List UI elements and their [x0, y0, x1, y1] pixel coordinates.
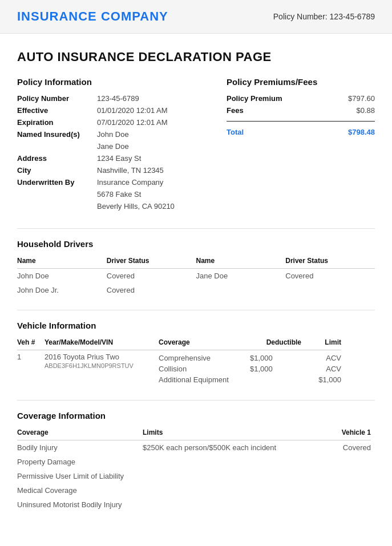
vehicle-grid: Veh #Year/Make/Model/VINCoverageDeductib…: [17, 336, 375, 387]
page-header: INSURANCE COMPANY Policy Number: 123-45-…: [0, 0, 392, 34]
policy-field-label: [17, 188, 97, 200]
coverage-grid: CoverageLimitsVehicle 1Bodily Injury$250…: [17, 426, 375, 512]
coverage-header-2: Vehicle 1: [302, 426, 371, 440]
policy-info-row: Named Insured(s)John Doe: [17, 128, 215, 140]
section-divider-3: [17, 400, 375, 401]
coverage-name: Permissive User Limit of Liability: [17, 469, 143, 483]
drivers-grid: NameDriver StatusNameDriver StatusJohn D…: [17, 254, 375, 297]
vehicle-grid-container: Veh #Year/Make/Model/VINCoverageDeductib…: [17, 336, 375, 387]
total-table: Total $798.48: [227, 126, 375, 138]
coverage-grid-container: CoverageLimitsVehicle 1Bodily Injury$250…: [17, 426, 375, 512]
policy-info-row: CityNashville, TN 12345: [17, 164, 215, 176]
vehicle-info-section: Vehicle Information Veh #Year/Make/Model…: [17, 321, 375, 387]
policy-info-row: Policy Number123-45-6789: [17, 92, 215, 104]
policy-info-row: Address1234 Easy St: [17, 152, 215, 164]
vehicle-ymv: 2016 Toyota Prius TwoABDE3F6H1JKLMN0P9RS…: [45, 350, 159, 387]
vehicle-coverage: ComprehensiveCollisionAdditional Equipme…: [159, 350, 250, 387]
policy-field-value: 123-45-6789: [97, 92, 215, 104]
coverage-limits: [143, 498, 302, 512]
premium-row: Fees$0.88: [227, 104, 375, 116]
policy-info-row: Beverly Hills, CA 90210: [17, 200, 215, 212]
coverage-vehicle: [302, 455, 371, 469]
premium-row: Policy Premium$797.60: [227, 92, 375, 104]
drivers-cell: Jane Doe: [196, 269, 286, 283]
total-label: Total: [227, 126, 284, 138]
policy-field-label: [17, 140, 97, 152]
policy-field-value: 07/01/2020 12:01 AM: [97, 116, 215, 128]
page-content: AUTO INSURANCE DECLARATION PAGE Policy I…: [0, 34, 392, 540]
policy-field-value: John Doe: [97, 128, 215, 140]
policy-info-row: 5678 Fake St: [17, 188, 215, 200]
household-drivers-section: Household Drivers NameDriver StatusNameD…: [17, 239, 375, 297]
drivers-cell: [285, 283, 375, 297]
coverage-info-section: Coverage Information CoverageLimitsVehic…: [17, 411, 375, 512]
premium-label: Policy Premium: [227, 92, 326, 104]
policy-premiums-section: Policy Information Policy Number123-45-6…: [17, 77, 375, 212]
page-title: AUTO INSURANCE DECLARATION PAGE: [17, 50, 375, 64]
coverage-limits: [143, 455, 302, 469]
policy-field-label: City: [17, 164, 97, 176]
vehicle-header-4: Limit: [301, 336, 341, 350]
vehicle-limit: ACVACV$1,000: [301, 350, 341, 387]
section-divider-2: [17, 310, 375, 310]
vehicle-header-2: Coverage: [159, 336, 250, 350]
premiums-title: Policy Premiums/Fees: [227, 77, 375, 87]
section-divider-1: [17, 228, 375, 229]
company-logo: INSURANCE COMPANY: [17, 9, 168, 24]
coverage-vehicle: Covered: [302, 440, 371, 455]
drivers-header-1: Driver Status: [107, 254, 196, 269]
total-value: $798.48: [284, 126, 375, 138]
household-drivers-title: Household Drivers: [17, 239, 375, 249]
premium-divider: [227, 121, 375, 122]
coverage-header-0: Coverage: [17, 426, 143, 440]
policy-info-row: Expiration07/01/2020 12:01 AM: [17, 116, 215, 128]
coverage-limits: [143, 483, 302, 498]
policy-field-label: [17, 200, 97, 212]
drivers-cell: Covered: [107, 283, 196, 297]
coverage-vehicle: [302, 498, 371, 512]
policy-field-value: 1234 Easy St: [97, 152, 215, 164]
drivers-header-3: Driver Status: [285, 254, 375, 269]
vehicle-veh-num: 1: [17, 350, 45, 387]
drivers-header-2: Name: [196, 254, 286, 269]
coverage-name: Medical Coverage: [17, 483, 143, 498]
policy-info-title: Policy Information: [17, 77, 215, 87]
policy-info-row: Jane Doe: [17, 140, 215, 152]
policy-info-row: Effective01/01/2020 12:01 AM: [17, 104, 215, 116]
coverage-limits: $250K each person/$500K each incident: [143, 440, 302, 455]
policy-field-label: Address: [17, 152, 97, 164]
policy-info-row: Underwritten ByInsurance Company: [17, 176, 215, 188]
premiums-table: Policy Premium$797.60Fees$0.88: [227, 92, 375, 116]
drivers-cell: John Doe Jr.: [17, 283, 107, 297]
drivers-cell: Covered: [285, 269, 375, 283]
policy-field-label: Named Insured(s): [17, 128, 97, 140]
coverage-name: Bodily Injury: [17, 440, 143, 455]
policy-field-value: Insurance Company: [97, 176, 215, 188]
total-row: Total $798.48: [227, 126, 375, 138]
policy-field-value: Nashville, TN 12345: [97, 164, 215, 176]
policy-field-label: Effective: [17, 104, 97, 116]
policy-field-label: Expiration: [17, 116, 97, 128]
drivers-cell: Covered: [107, 269, 196, 283]
vehicle-header-0: Veh #: [17, 336, 45, 350]
premiums-column: Policy Premiums/Fees Policy Premium$797.…: [227, 77, 375, 212]
coverage-info-title: Coverage Information: [17, 411, 375, 420]
coverage-name: Property Damage: [17, 455, 143, 469]
policy-info-column: Policy Information Policy Number123-45-6…: [17, 77, 227, 212]
policy-field-value: 01/01/2020 12:01 AM: [97, 104, 215, 116]
policy-field-value: 5678 Fake St: [97, 188, 215, 200]
policy-number-header: Policy Number: 123-45-6789: [273, 12, 375, 21]
coverage-vehicle: [302, 469, 371, 483]
drivers-cell: [196, 283, 286, 297]
coverage-limits: [143, 469, 302, 483]
vehicle-header-1: Year/Make/Model/VIN: [45, 336, 159, 350]
policy-info-table: Policy Number123-45-6789Effective01/01/2…: [17, 92, 215, 212]
premium-value: $0.88: [326, 104, 375, 116]
page: INSURANCE COMPANY Policy Number: 123-45-…: [0, 0, 392, 546]
vehicle-info-title: Vehicle Information: [17, 321, 375, 330]
coverage-name: Uninsured Motorist Bodily Injury: [17, 498, 143, 512]
drivers-header-0: Name: [17, 254, 107, 269]
policy-field-label: Policy Number: [17, 92, 97, 104]
premium-label: Fees: [227, 104, 326, 116]
coverage-vehicle: [302, 483, 371, 498]
